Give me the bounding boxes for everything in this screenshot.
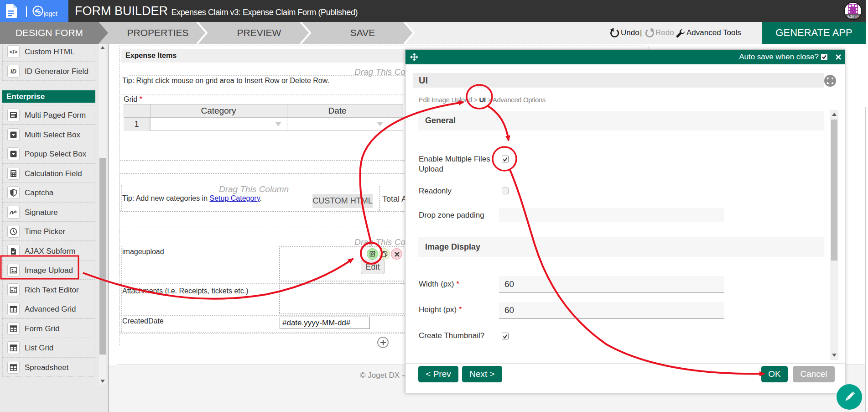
svg-text:admin: admin — [847, 14, 859, 19]
svg-text:PROPERTIES: PROPERTIES — [127, 27, 189, 38]
svg-text:DESIGN FORM: DESIGN FORM — [16, 27, 83, 38]
svg-text:SAVE: SAVE — [350, 27, 375, 38]
svg-text:PREVIEW: PREVIEW — [237, 27, 281, 38]
svg-text:joget: joget — [43, 10, 57, 17]
